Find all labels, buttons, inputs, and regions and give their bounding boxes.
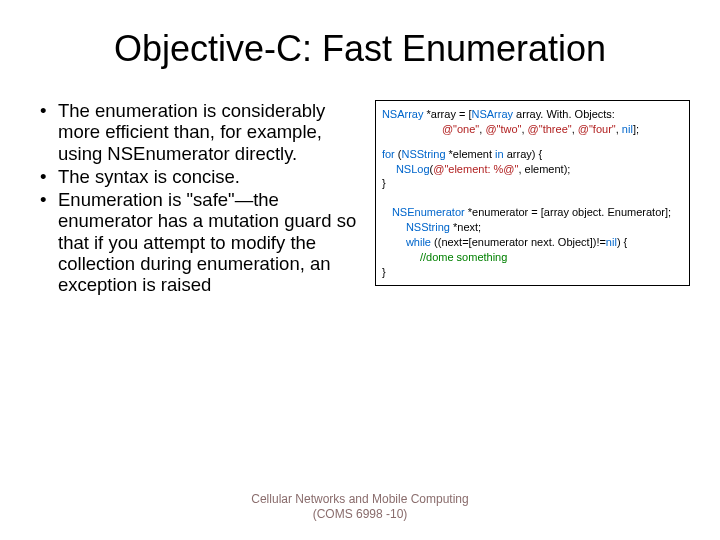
code-box: NSArray *array = [NSArray array. With. O… bbox=[375, 100, 690, 286]
list-item: The enumeration is considerably more eff… bbox=[40, 100, 365, 164]
bullet-list: The enumeration is considerably more eff… bbox=[40, 100, 365, 295]
code-line: @"one", @"two", @"three", @"four", nil]; bbox=[382, 122, 683, 137]
list-item: The syntax is concise. bbox=[40, 166, 365, 187]
footer-line: (COMS 6998 -10) bbox=[0, 507, 720, 522]
slide-footer: Cellular Networks and Mobile Computing (… bbox=[0, 492, 720, 522]
code-line: NSString *next; bbox=[382, 220, 683, 235]
code-line: } bbox=[382, 265, 683, 280]
slide-title: Objective-C: Fast Enumeration bbox=[0, 0, 720, 90]
list-item: Enumeration is "safe"—the enumerator has… bbox=[40, 189, 365, 295]
code-container: NSArray *array = [NSArray array. With. O… bbox=[375, 100, 690, 297]
code-line: for (NSString *element in array) { bbox=[382, 147, 683, 162]
code-line: } bbox=[382, 176, 683, 191]
footer-line: Cellular Networks and Mobile Computing bbox=[0, 492, 720, 507]
code-line: NSArray *array = [NSArray array. With. O… bbox=[382, 107, 683, 122]
code-line: NSLog(@"element: %@", element); bbox=[382, 162, 683, 177]
bullet-list-container: The enumeration is considerably more eff… bbox=[40, 100, 365, 297]
code-line: //dome something bbox=[382, 250, 683, 265]
code-line: while ((next=[enumerator next. Object])!… bbox=[382, 235, 683, 250]
slide-content: The enumeration is considerably more eff… bbox=[0, 90, 720, 297]
code-line: NSEnumerator *enumerator = [array object… bbox=[382, 205, 683, 220]
